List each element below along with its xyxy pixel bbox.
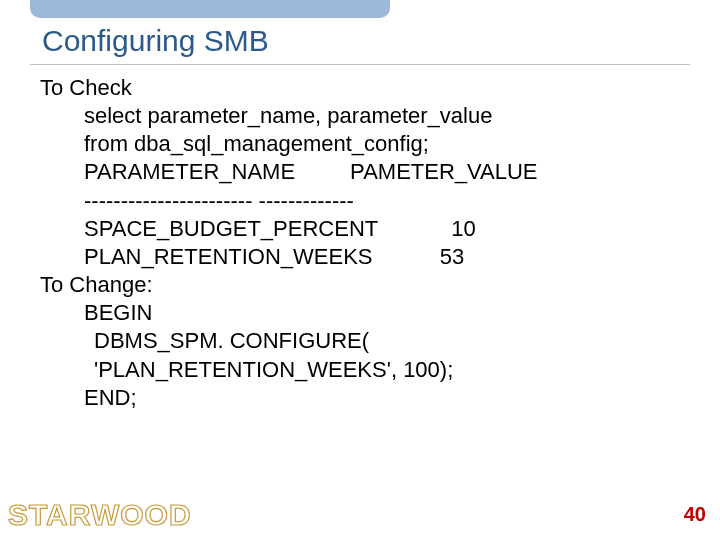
sql-line: select parameter_name, parameter_value (84, 102, 680, 130)
change-heading: To Change: (40, 271, 680, 299)
plsql-line: BEGIN (84, 299, 680, 327)
plsql-line: DBMS_SPM. CONFIGURE( (94, 327, 680, 355)
slide-title: Configuring SMB (42, 24, 269, 58)
result-header: PARAMETER_NAME PAMETER_VALUE (84, 158, 680, 186)
plsql-line: END; (84, 384, 680, 412)
decorative-topbar (30, 0, 390, 18)
check-heading: To Check (40, 74, 680, 102)
result-row: SPACE_BUDGET_PERCENT 10 (84, 215, 680, 243)
slide: Configuring SMB To Check select paramete… (0, 0, 720, 540)
sql-line: from dba_sql_management_config; (84, 130, 680, 158)
page-number: 40 (684, 503, 706, 526)
result-separator: ----------------------- ------------- (84, 187, 680, 215)
plsql-line: 'PLAN_RETENTION_WEEKS', 100); (94, 356, 680, 384)
title-rule (30, 64, 690, 65)
slide-body: To Check select parameter_name, paramete… (40, 74, 680, 412)
brand-logo: STARWOOD (8, 498, 192, 532)
result-row: PLAN_RETENTION_WEEKS 53 (84, 243, 680, 271)
